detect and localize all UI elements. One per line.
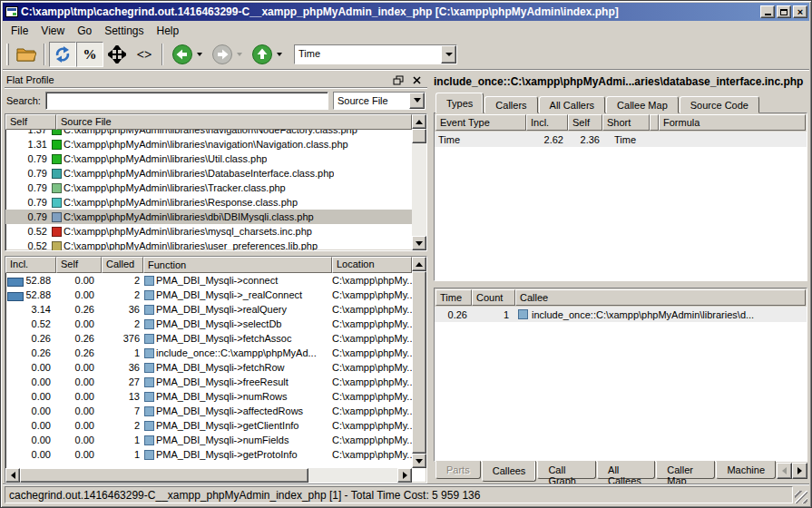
source-file-row[interactable]: 0.79C:\xampp\phpMyAdmin\libraries\Tracke… bbox=[5, 181, 412, 195]
column-header-callee[interactable]: Callee bbox=[515, 289, 806, 306]
combobox-dropdown-button[interactable] bbox=[441, 45, 456, 64]
scroll-left-button[interactable] bbox=[5, 468, 20, 483]
tab-callers[interactable]: Callers bbox=[484, 96, 537, 113]
column-header-location[interactable]: Location bbox=[332, 257, 412, 273]
source-file-row[interactable]: 1.37C:\xampp\phpMyAdmin\libraries\naviga… bbox=[5, 130, 412, 137]
relative-percent-button[interactable]: % bbox=[76, 42, 103, 67]
function-row[interactable]: 0.000.0013PMA_DBI_Mysqli->numRowsC:\xamp… bbox=[5, 389, 412, 404]
scroll-up-button[interactable] bbox=[412, 257, 426, 271]
scroll-down-button[interactable] bbox=[412, 454, 426, 468]
column-header-self[interactable]: Self bbox=[56, 257, 102, 273]
vertical-scrollbar[interactable] bbox=[412, 257, 426, 468]
dock-move-button[interactable] bbox=[103, 42, 131, 67]
expand-collapse-button[interactable]: <> bbox=[131, 42, 158, 67]
scrollbar-thumb[interactable] bbox=[20, 468, 308, 483]
source-file-row[interactable]: 0.79C:\xampp\phpMyAdmin\libraries\Respon… bbox=[5, 195, 412, 210]
function-row[interactable]: 0.000.001PMA_DBI_Mysqli->getProtoInfoC:\… bbox=[5, 447, 412, 462]
minimize-button[interactable] bbox=[760, 5, 775, 18]
tab-callee-map[interactable]: Callee Map bbox=[606, 96, 679, 113]
tab-scroll-right-button[interactable] bbox=[792, 463, 807, 479]
scrollbar-thumb[interactable] bbox=[412, 129, 426, 143]
column-header-short[interactable]: Short bbox=[602, 114, 650, 131]
dock-float-button[interactable] bbox=[391, 73, 406, 86]
column-header-time[interactable]: Time bbox=[435, 289, 472, 306]
tab-call-graph[interactable]: Call Graph bbox=[537, 461, 596, 479]
column-header-formula[interactable]: Formula bbox=[659, 114, 806, 131]
function-row[interactable]: 3.140.2636PMA_DBI_Mysqli->realQueryC:\xa… bbox=[5, 302, 412, 317]
menu-go[interactable]: Go bbox=[71, 23, 98, 39]
cycle-detection-button[interactable] bbox=[49, 42, 76, 67]
function-row[interactable]: 52.880.002PMA_DBI_Mysqli->_realConnectC:… bbox=[5, 288, 412, 302]
open-file-button[interactable] bbox=[13, 42, 40, 67]
function-name: PMA_DBI_Mysqli->getClientInfo bbox=[156, 420, 298, 431]
self-cost-value: 0.00 bbox=[56, 435, 102, 445]
function-row[interactable]: 0.520.002PMA_DBI_Mysqli->selectDbC:\xamp… bbox=[5, 317, 412, 331]
function-name: PMA_DBI_Mysqli->fetchRow bbox=[156, 362, 285, 373]
scrollbar-track[interactable] bbox=[412, 143, 426, 236]
column-header-self[interactable]: Self bbox=[5, 114, 56, 130]
close-button[interactable]: × bbox=[793, 5, 807, 18]
source-file-row[interactable]: 0.79C:\xampp\phpMyAdmin\libraries\dbi\DB… bbox=[5, 210, 412, 224]
event-type-combobox[interactable]: Time bbox=[294, 44, 457, 64]
scrollbar-thumb[interactable] bbox=[412, 271, 426, 454]
tab-machine[interactable]: Machine bbox=[716, 461, 776, 479]
dock-close-button[interactable] bbox=[409, 73, 424, 86]
function-name: PMA_DBI_Mysqli->_realConnect bbox=[156, 289, 302, 300]
menu-help[interactable]: Help bbox=[151, 23, 186, 39]
function-row[interactable]: 0.260.261include_once::C:\xampp\phpMyAd.… bbox=[5, 346, 412, 360]
menu-file[interactable]: File bbox=[5, 23, 34, 39]
detail-top-tabs: TypesCallersAll CallersCallee MapSource … bbox=[434, 92, 807, 112]
back-button[interactable] bbox=[167, 42, 207, 67]
toolbar-handle[interactable] bbox=[6, 44, 9, 65]
column-header-incl[interactable]: Incl. bbox=[5, 257, 56, 273]
tab-all-callers[interactable]: All Callers bbox=[539, 96, 606, 113]
up-button[interactable] bbox=[247, 42, 287, 67]
search-input[interactable] bbox=[45, 92, 328, 110]
event-type-row[interactable]: Time 2.62 2.36 Time bbox=[435, 132, 807, 147]
scroll-down-button[interactable] bbox=[412, 236, 426, 250]
horizontal-scrollbar[interactable] bbox=[5, 468, 412, 483]
tab-parts[interactable]: Parts bbox=[435, 461, 481, 479]
source-file-row[interactable]: 0.52C:\xampp\phpMyAdmin\libraries\user_p… bbox=[5, 239, 412, 250]
types-pane: Event Type Incl. Self Short Formula Time… bbox=[434, 112, 807, 281]
source-file-row[interactable]: 1.31C:\xampp\phpMyAdmin\libraries\naviga… bbox=[5, 137, 412, 151]
called-count-value: 1 bbox=[102, 347, 143, 358]
function-row[interactable]: 0.260.26376PMA_DBI_Mysqli->fetchAssocC:\… bbox=[5, 331, 412, 346]
function-row[interactable]: 0.000.0036PMA_DBI_Mysqli->fetchRowC:\xam… bbox=[5, 360, 412, 375]
tab-all-callees[interactable]: All Callees bbox=[597, 461, 655, 479]
column-header-function[interactable]: Function bbox=[143, 257, 332, 273]
tab-source-code[interactable]: Source Code bbox=[680, 96, 759, 113]
menu-view[interactable]: View bbox=[34, 23, 71, 39]
tab-callees[interactable]: Callees bbox=[482, 461, 537, 482]
column-header-event-type[interactable]: Event Type bbox=[435, 114, 526, 131]
tab-scroll-left-button[interactable] bbox=[777, 463, 792, 479]
source-file-row[interactable]: 0.79C:\xampp\phpMyAdmin\libraries\Databa… bbox=[5, 166, 412, 181]
combobox-dropdown-button[interactable] bbox=[409, 93, 425, 109]
column-header-count[interactable]: Count bbox=[472, 289, 515, 306]
column-header-self[interactable]: Self bbox=[568, 114, 602, 131]
grouping-combobox[interactable]: Source File bbox=[333, 92, 426, 110]
source-file-row[interactable]: 0.79C:\xampp\phpMyAdmin\libraries\Util.c… bbox=[5, 151, 412, 166]
tab-types[interactable]: Types bbox=[435, 93, 484, 113]
horizontal-splitter[interactable] bbox=[434, 281, 807, 288]
dock-title-bar[interactable]: Flat Profile bbox=[5, 72, 427, 88]
resize-grip[interactable] bbox=[795, 491, 807, 503]
column-header-source-file[interactable]: Source File bbox=[56, 114, 412, 130]
vertical-scrollbar[interactable] bbox=[412, 114, 426, 250]
scroll-up-button[interactable] bbox=[412, 114, 426, 129]
function-row[interactable]: 0.000.007PMA_DBI_Mysqli->affectedRowsC:\… bbox=[5, 404, 412, 418]
scrollbar-track[interactable] bbox=[308, 468, 397, 483]
column-header-incl[interactable]: Incl. bbox=[526, 114, 568, 131]
tab-caller-map[interactable]: Caller Map bbox=[656, 461, 715, 479]
forward-button[interactable] bbox=[207, 42, 247, 67]
function-row[interactable]: 0.000.002PMA_DBI_Mysqli->getClientInfoC:… bbox=[5, 418, 412, 433]
function-row[interactable]: 0.000.001PMA_DBI_Mysqli->numFieldsC:\xam… bbox=[5, 433, 412, 447]
column-header-called[interactable]: Called bbox=[102, 257, 143, 273]
scroll-right-button[interactable] bbox=[397, 468, 412, 483]
function-row[interactable]: 52.880.002PMA_DBI_Mysqli->connectC:\xamp… bbox=[5, 273, 412, 288]
callee-row[interactable]: 0.26 1 include_once::C:\xampp\phpMyAdmin… bbox=[435, 307, 807, 322]
maximize-button[interactable] bbox=[777, 5, 791, 18]
source-file-row[interactable]: 0.52C:\xampp\phpMyAdmin\libraries\mysql_… bbox=[5, 224, 412, 239]
menu-settings[interactable]: Settings bbox=[98, 23, 150, 39]
function-row[interactable]: 0.000.0027PMA_DBI_Mysqli->freeResultC:\x… bbox=[5, 375, 412, 389]
